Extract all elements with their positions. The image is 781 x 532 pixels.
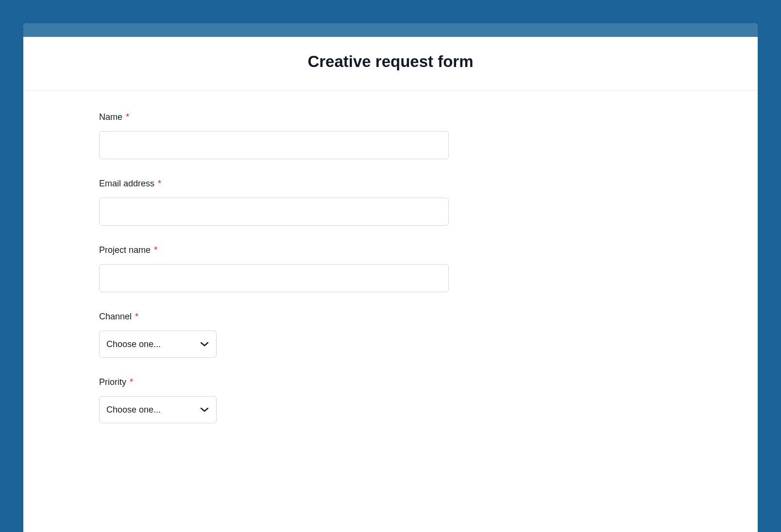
name-input[interactable]: [99, 131, 449, 159]
label-name-text: Name: [99, 112, 122, 122]
required-asterisk: *: [130, 377, 133, 387]
label-project-name-text: Project name: [99, 245, 151, 255]
label-channel: Channel *: [99, 312, 449, 322]
priority-select[interactable]: Choose one...: [99, 396, 217, 423]
required-asterisk: *: [158, 179, 161, 188]
required-asterisk: *: [154, 245, 157, 255]
channel-select-wrap: Choose one...: [99, 331, 217, 358]
form-title: Creative request form: [33, 52, 748, 71]
form-inner: Name * Email address * Project name *: [99, 112, 449, 423]
form-card: Creative request form Name * Email addre…: [23, 23, 758, 532]
email-input[interactable]: [99, 198, 449, 226]
field-channel: Channel * Choose one...: [99, 312, 449, 358]
label-email-text: Email address: [99, 179, 154, 188]
card-accent-bar: [23, 23, 758, 37]
required-asterisk: *: [126, 112, 129, 122]
field-project-name: Project name *: [99, 245, 449, 292]
label-email: Email address *: [99, 179, 449, 189]
label-name: Name *: [99, 112, 449, 122]
form-header: Creative request form: [23, 37, 758, 91]
label-priority: Priority *: [99, 377, 449, 387]
label-project-name: Project name *: [99, 245, 449, 255]
field-email: Email address *: [99, 179, 449, 226]
label-priority-text: Priority: [99, 377, 126, 387]
required-asterisk: *: [135, 312, 138, 321]
field-priority: Priority * Choose one...: [99, 377, 449, 423]
form-body: Name * Email address * Project name *: [23, 91, 758, 452]
field-name: Name *: [99, 112, 449, 159]
priority-select-wrap: Choose one...: [99, 396, 217, 423]
label-channel-text: Channel: [99, 312, 132, 321]
channel-select[interactable]: Choose one...: [99, 331, 217, 358]
project-name-input[interactable]: [99, 264, 449, 292]
